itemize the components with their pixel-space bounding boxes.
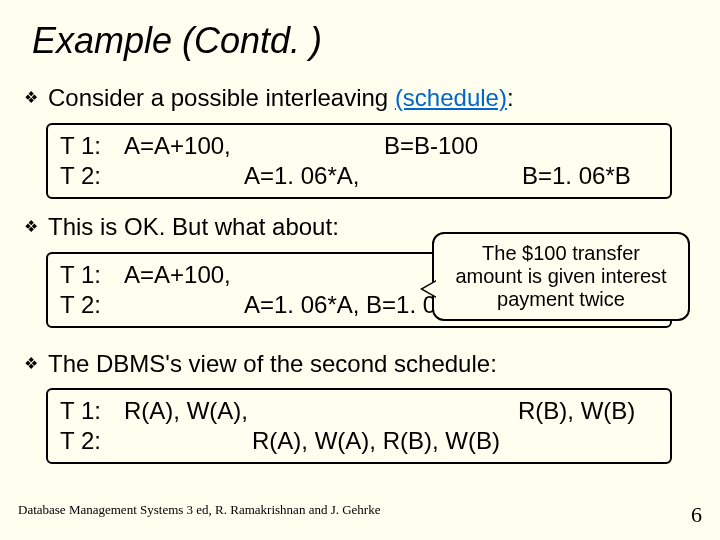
schedule1-t2-op2: B=1. 06*B xyxy=(522,161,631,191)
bullet3-text: The DBMS's view of the second schedule: xyxy=(48,350,497,379)
schedule3-row-t2: R(A), W(A), R(B), W(B) xyxy=(124,426,658,456)
schedule3-row-t1: R(A), W(A), R(B), W(B) xyxy=(124,396,658,426)
schedule2-t1-op1: A=A+100, xyxy=(124,260,231,290)
diamond-icon: ❖ xyxy=(24,84,38,112)
schedule1-labels: T 1: T 2: xyxy=(60,131,124,191)
bullet2-text: This is OK. But what about: xyxy=(48,213,339,242)
schedule1-t2-label: T 2: xyxy=(60,161,124,191)
schedule3-t1-op2: R(B), W(B) xyxy=(518,396,635,426)
bullet-dbms-view: ❖ The DBMS's view of the second schedule… xyxy=(32,350,700,379)
schedule-box-3: T 1: T 2: R(A), W(A), R(B), W(B) R(A), W… xyxy=(46,388,672,464)
schedule1-row-t1: A=A+100, B=B-100 xyxy=(124,131,658,161)
page-number: 6 xyxy=(691,502,702,528)
schedule3-ops: R(A), W(A), R(B), W(B) R(A), W(A), R(B),… xyxy=(124,396,658,456)
schedule2-labels: T 1: T 2: xyxy=(60,260,124,320)
bullet-interleaving: ❖ Consider a possible interleaving (sche… xyxy=(32,84,700,113)
bullet1-prefix: Consider a possible interleaving xyxy=(48,84,395,111)
bullet-text: Consider a possible interleaving (schedu… xyxy=(48,84,514,113)
schedule1-t1-label: T 1: xyxy=(60,131,124,161)
slide-title: Example (Contd. ) xyxy=(32,20,700,62)
diamond-icon: ❖ xyxy=(24,213,38,241)
schedule1-row-t2: A=1. 06*A, B=1. 06*B xyxy=(124,161,658,191)
schedule1-t1-op2: B=B-100 xyxy=(384,131,478,161)
schedule3-t1-label: T 1: xyxy=(60,396,124,426)
footer: Database Management Systems 3 ed, R. Ram… xyxy=(18,502,702,528)
schedule1-ops: A=A+100, B=B-100 A=1. 06*A, B=1. 06*B xyxy=(124,131,658,191)
schedule1-t1-op1: A=A+100, xyxy=(124,131,231,161)
slide: Example (Contd. ) ❖ Consider a possible … xyxy=(0,0,720,540)
schedule2-t2-label: T 2: xyxy=(60,290,124,320)
schedule-box-1: T 1: T 2: A=A+100, B=B-100 A=1. 06*A, B=… xyxy=(46,123,672,199)
callout-interest-twice: The $100 transfer amount is given intere… xyxy=(432,232,690,321)
bullet1-suffix: : xyxy=(507,84,514,111)
schedule2-t1-label: T 1: xyxy=(60,260,124,290)
footer-text: Database Management Systems 3 ed, R. Ram… xyxy=(18,502,380,528)
schedule1-t2-op1: A=1. 06*A, xyxy=(244,161,359,191)
schedule3-t1-op1: R(A), W(A), xyxy=(124,396,248,426)
schedule3-t2-label: T 2: xyxy=(60,426,124,456)
diamond-icon: ❖ xyxy=(24,350,38,378)
schedule3-labels: T 1: T 2: xyxy=(60,396,124,456)
schedule3-t2-op1: R(A), W(A), R(B), W(B) xyxy=(252,426,500,456)
schedule-link: (schedule) xyxy=(395,84,507,111)
